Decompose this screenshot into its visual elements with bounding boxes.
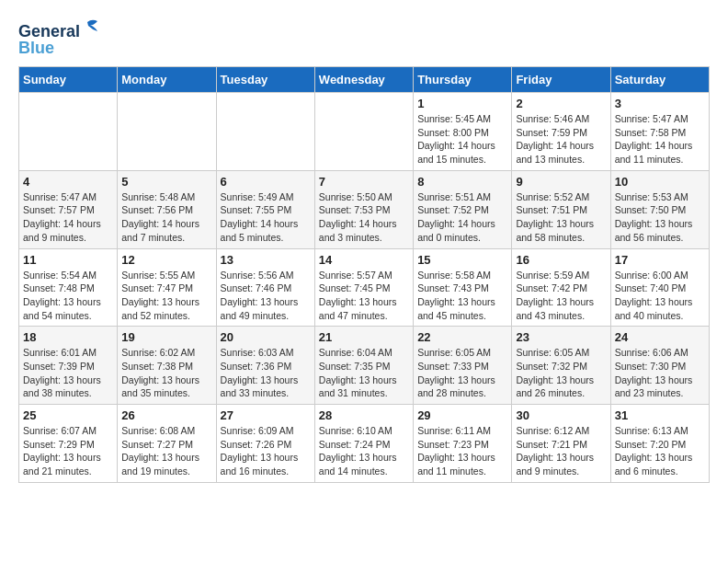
svg-text:General: General (18, 22, 80, 40)
calendar-week-5: 25Sunrise: 6:07 AM Sunset: 7:29 PM Dayli… (19, 405, 710, 483)
day-number: 9 (516, 175, 606, 189)
day-info: Sunrise: 6:05 AM Sunset: 7:33 PM Dayligh… (417, 346, 507, 400)
day-info: Sunrise: 5:53 AM Sunset: 7:50 PM Dayligh… (615, 190, 705, 245)
calendar-cell (314, 93, 413, 171)
day-number: 20 (221, 330, 311, 344)
day-number: 29 (417, 408, 507, 422)
day-number: 17 (615, 253, 705, 267)
day-number: 7 (319, 175, 409, 189)
day-number: 5 (121, 175, 211, 189)
day-info: Sunrise: 5:45 AM Sunset: 8:00 PM Dayligh… (417, 112, 507, 167)
calendar-cell: 24Sunrise: 6:06 AM Sunset: 7:30 PM Dayli… (610, 327, 709, 405)
day-number: 4 (23, 175, 113, 189)
calendar-cell: 18Sunrise: 6:01 AM Sunset: 7:39 PM Dayli… (19, 327, 118, 405)
weekday-header-thursday: Thursday (414, 67, 512, 93)
calendar-cell: 11Sunrise: 5:54 AM Sunset: 7:48 PM Dayli… (19, 248, 118, 327)
day-info: Sunrise: 5:49 AM Sunset: 7:55 PM Dayligh… (221, 190, 311, 245)
day-info: Sunrise: 5:48 AM Sunset: 7:56 PM Dayligh… (121, 190, 211, 245)
day-number: 2 (516, 97, 606, 110)
day-info: Sunrise: 5:57 AM Sunset: 7:45 PM Dayligh… (319, 269, 409, 323)
calendar-cell: 7Sunrise: 5:50 AM Sunset: 7:53 PM Daylig… (314, 170, 413, 248)
calendar-cell: 28Sunrise: 6:10 AM Sunset: 7:24 PM Dayli… (314, 405, 413, 483)
weekday-header-monday: Monday (118, 67, 216, 93)
day-number: 23 (516, 330, 606, 344)
calendar-cell: 3Sunrise: 5:47 AM Sunset: 7:58 PM Daylig… (610, 93, 709, 171)
day-number: 21 (319, 330, 409, 344)
day-info: Sunrise: 6:06 AM Sunset: 7:30 PM Dayligh… (615, 346, 705, 400)
calendar-cell: 23Sunrise: 6:05 AM Sunset: 7:32 PM Dayli… (512, 327, 610, 405)
day-info: Sunrise: 6:07 AM Sunset: 7:29 PM Dayligh… (23, 424, 113, 478)
calendar-cell: 13Sunrise: 5:56 AM Sunset: 7:46 PM Dayli… (216, 248, 314, 327)
calendar-cell: 8Sunrise: 5:51 AM Sunset: 7:52 PM Daylig… (414, 170, 512, 248)
day-info: Sunrise: 6:05 AM Sunset: 7:32 PM Dayligh… (516, 346, 606, 400)
day-info: Sunrise: 5:46 AM Sunset: 7:59 PM Dayligh… (516, 112, 606, 167)
calendar-cell (118, 93, 216, 171)
svg-text:Blue: Blue (18, 39, 54, 57)
day-number: 12 (121, 253, 211, 267)
calendar-cell (19, 93, 118, 171)
logo-svg: General Blue (18, 18, 101, 57)
weekday-header-sunday: Sunday (19, 67, 118, 93)
day-info: Sunrise: 5:58 AM Sunset: 7:43 PM Dayligh… (417, 269, 507, 323)
weekday-header-wednesday: Wednesday (314, 67, 413, 93)
calendar-table: SundayMondayTuesdayWednesdayThursdayFrid… (18, 66, 710, 483)
calendar-week-3: 11Sunrise: 5:54 AM Sunset: 7:48 PM Dayli… (19, 248, 710, 327)
day-number: 15 (417, 253, 507, 267)
calendar-cell: 30Sunrise: 6:12 AM Sunset: 7:21 PM Dayli… (512, 405, 610, 483)
day-info: Sunrise: 6:09 AM Sunset: 7:26 PM Dayligh… (221, 424, 311, 478)
day-info: Sunrise: 5:56 AM Sunset: 7:46 PM Dayligh… (221, 269, 311, 323)
logo: General Blue (18, 18, 101, 57)
calendar-cell: 27Sunrise: 6:09 AM Sunset: 7:26 PM Dayli… (216, 405, 314, 483)
day-info: Sunrise: 6:13 AM Sunset: 7:20 PM Dayligh… (615, 424, 705, 478)
day-info: Sunrise: 6:01 AM Sunset: 7:39 PM Dayligh… (23, 346, 113, 400)
calendar-cell: 12Sunrise: 5:55 AM Sunset: 7:47 PM Dayli… (118, 248, 216, 327)
day-info: Sunrise: 6:10 AM Sunset: 7:24 PM Dayligh… (319, 424, 409, 478)
day-number: 30 (516, 408, 606, 422)
day-number: 24 (615, 330, 705, 344)
day-info: Sunrise: 5:55 AM Sunset: 7:47 PM Dayligh… (121, 269, 211, 323)
calendar-cell: 5Sunrise: 5:48 AM Sunset: 7:56 PM Daylig… (118, 170, 216, 248)
day-number: 3 (615, 97, 705, 110)
day-number: 18 (23, 330, 113, 344)
calendar-cell: 14Sunrise: 5:57 AM Sunset: 7:45 PM Dayli… (314, 248, 413, 327)
day-number: 27 (221, 408, 311, 422)
day-info: Sunrise: 5:59 AM Sunset: 7:42 PM Dayligh… (516, 269, 606, 323)
day-info: Sunrise: 6:08 AM Sunset: 7:27 PM Dayligh… (121, 424, 211, 478)
weekday-header-row: SundayMondayTuesdayWednesdayThursdayFrid… (19, 67, 710, 93)
calendar-cell: 6Sunrise: 5:49 AM Sunset: 7:55 PM Daylig… (216, 170, 314, 248)
day-number: 19 (121, 330, 211, 344)
calendar-cell: 29Sunrise: 6:11 AM Sunset: 7:23 PM Dayli… (414, 405, 512, 483)
day-number: 11 (23, 253, 113, 267)
day-info: Sunrise: 6:12 AM Sunset: 7:21 PM Dayligh… (516, 424, 606, 478)
day-number: 8 (417, 175, 507, 189)
day-number: 16 (516, 253, 606, 267)
calendar-cell: 9Sunrise: 5:52 AM Sunset: 7:51 PM Daylig… (512, 170, 610, 248)
calendar-cell: 22Sunrise: 6:05 AM Sunset: 7:33 PM Dayli… (414, 327, 512, 405)
weekday-header-tuesday: Tuesday (216, 67, 314, 93)
calendar-cell: 21Sunrise: 6:04 AM Sunset: 7:35 PM Dayli… (314, 327, 413, 405)
calendar-cell: 4Sunrise: 5:47 AM Sunset: 7:57 PM Daylig… (19, 170, 118, 248)
day-number: 14 (319, 253, 409, 267)
day-info: Sunrise: 6:00 AM Sunset: 7:40 PM Dayligh… (615, 269, 705, 323)
day-info: Sunrise: 5:47 AM Sunset: 7:57 PM Dayligh… (23, 190, 113, 245)
day-number: 26 (121, 408, 211, 422)
day-number: 6 (221, 175, 311, 189)
calendar-cell: 16Sunrise: 5:59 AM Sunset: 7:42 PM Dayli… (512, 248, 610, 327)
page-header: General Blue (18, 18, 710, 57)
day-info: Sunrise: 6:04 AM Sunset: 7:35 PM Dayligh… (319, 346, 409, 400)
calendar-week-1: 1Sunrise: 5:45 AM Sunset: 8:00 PM Daylig… (19, 93, 710, 171)
calendar-cell: 26Sunrise: 6:08 AM Sunset: 7:27 PM Dayli… (118, 405, 216, 483)
day-info: Sunrise: 5:47 AM Sunset: 7:58 PM Dayligh… (615, 112, 705, 167)
day-info: Sunrise: 6:11 AM Sunset: 7:23 PM Dayligh… (417, 424, 507, 478)
calendar-cell: 20Sunrise: 6:03 AM Sunset: 7:36 PM Dayli… (216, 327, 314, 405)
day-info: Sunrise: 6:03 AM Sunset: 7:36 PM Dayligh… (221, 346, 311, 400)
calendar-cell (216, 93, 314, 171)
day-number: 1 (417, 97, 507, 110)
calendar-cell: 31Sunrise: 6:13 AM Sunset: 7:20 PM Dayli… (610, 405, 709, 483)
day-info: Sunrise: 5:50 AM Sunset: 7:53 PM Dayligh… (319, 190, 409, 245)
calendar-cell: 25Sunrise: 6:07 AM Sunset: 7:29 PM Dayli… (19, 405, 118, 483)
day-info: Sunrise: 5:51 AM Sunset: 7:52 PM Dayligh… (417, 190, 507, 245)
weekday-header-saturday: Saturday (610, 67, 709, 93)
calendar-cell: 15Sunrise: 5:58 AM Sunset: 7:43 PM Dayli… (414, 248, 512, 327)
weekday-header-friday: Friday (512, 67, 610, 93)
